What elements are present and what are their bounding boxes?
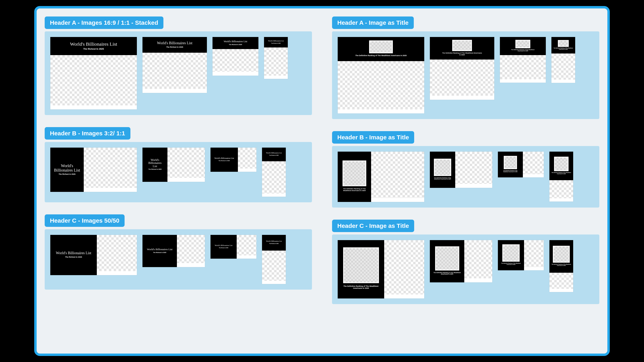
card-caption: The Definitive Ranking of The Wealthiest… (501, 263, 521, 265)
card-footer (371, 198, 424, 202)
title-image-placeholder (554, 157, 568, 171)
card-subtitle: The Richest In 2025 (65, 256, 82, 258)
card-caption: The Definitive Ranking of The Wealthiest… (442, 52, 482, 56)
title-image-placeholder (435, 246, 459, 271)
card-footer (264, 76, 288, 79)
section-header-b-3-2: Header B - Images 3:2/ 1:1 World'sBillio… (45, 127, 312, 202)
template-card[interactable]: World'sBillionairesList The Richest In 2… (142, 148, 205, 182)
card-subtitle: The Richest In 2025 (269, 243, 279, 244)
template-card[interactable]: The Definitive Ranking of The Wealthiest… (430, 152, 492, 188)
card-footer (455, 184, 492, 188)
image-placeholder (430, 59, 494, 96)
image-placeholder (262, 251, 286, 281)
image-placeholder (455, 152, 492, 184)
title-image-placeholder (553, 246, 570, 263)
template-card[interactable]: World'sBillionaires List The Richest In … (50, 148, 137, 192)
template-card[interactable]: The Definitive Ranking of The Wealthiest… (552, 37, 575, 83)
image-placeholder (500, 55, 546, 79)
section-tab[interactable]: Header C - Image as Title (332, 220, 414, 232)
section-header-a-image-title: Header A - Image as Title The Definitive… (332, 16, 599, 119)
card-title: World'sBillionairesList (148, 158, 162, 168)
section-tab[interactable]: Header A - Images 16:9 / 1:1 - Stacked (45, 16, 164, 29)
right-column: Header A - Image as Title The Definitive… (332, 16, 599, 304)
template-card[interactable]: The Definitive Ranking of The Wealthiest… (500, 37, 546, 83)
template-card[interactable]: World's Billionaires List The Richest In… (210, 148, 256, 172)
template-card[interactable]: World's Billionaires List The Richest In… (262, 235, 286, 284)
card-title: World's Billionaires List (70, 41, 117, 47)
card-footer (524, 267, 544, 270)
title-image-placeholder (558, 40, 569, 47)
card-caption: The Definitive Ranking of The Wealthiest… (553, 47, 573, 50)
card-footer (550, 198, 573, 202)
image-placeholder (262, 161, 286, 193)
card-caption: The Definitive Ranking of The Wealthiest… (342, 285, 380, 289)
image-placeholder (371, 152, 424, 198)
card-footer (177, 263, 205, 267)
section-tray: The Definitive Ranking of The Wealthiest… (332, 31, 599, 119)
template-card[interactable]: World's Billionaires List The Richest In… (142, 37, 207, 93)
card-title: World's Billionaires List (224, 40, 247, 43)
section-tab[interactable]: Header C - Images 50/50 (45, 214, 124, 227)
card-footer (97, 271, 137, 275)
image-placeholder (212, 49, 258, 72)
card-title: World's Billionaires List (266, 240, 282, 242)
template-card[interactable]: World's Billionaires List The Richest In… (264, 37, 288, 79)
card-subtitle: The Richest In 2025 (153, 252, 166, 253)
card-footer (84, 188, 137, 192)
card-footer (552, 80, 575, 83)
section-tab[interactable]: Header A - Image as Title (332, 16, 414, 29)
section-header-c-5050: Header C - Images 50/50 World's Billiona… (45, 214, 312, 290)
template-card[interactable]: The Definitive Ranking of The Wealthiest… (338, 37, 424, 113)
card-footer (168, 178, 205, 182)
section-tray: World's Billionaires List The Richest In… (45, 31, 312, 115)
section-tab[interactable]: Header B - Images 3:2/ 1:1 (45, 127, 130, 140)
card-caption: The Definitive Ranking of The Wealthiest… (551, 264, 571, 266)
image-placeholder (168, 148, 205, 178)
card-footer (550, 289, 573, 292)
template-card[interactable]: World's Billionaires List The Richest In… (212, 37, 258, 76)
template-card[interactable]: The Definitive Ranking of The Wealthiest… (498, 152, 544, 177)
card-subtitle: The Richest In 2025 (148, 169, 162, 170)
template-card[interactable]: World's Billionaires List The Richest In… (50, 235, 137, 275)
card-title: World's Billionaires List (266, 152, 282, 154)
template-card[interactable]: World's Billionaires List The Richest In… (210, 235, 256, 259)
image-placeholder (524, 240, 544, 267)
template-card[interactable]: The Definitive Ranking of The Wealthiest… (430, 240, 492, 282)
card-footer (50, 105, 137, 109)
image-placeholder (338, 61, 424, 109)
card-title: World's Billionaires List (215, 244, 232, 246)
card-title: World's Billionaires List (56, 251, 91, 255)
card-caption: The Definitive Ranking of The Wealthiest… (433, 272, 461, 275)
template-card[interactable]: World's Billionaires List The Richest In… (262, 148, 286, 197)
title-image-placeholder (452, 40, 472, 51)
section-tab[interactable]: Header B - Image as Title (332, 131, 414, 144)
template-card[interactable]: The Definitive Ranking of The Wealthiest… (338, 152, 424, 202)
section-header-b-image-title: Header B - Image as Title The Definitive… (332, 131, 599, 208)
card-subtitle: The Richest In 2025 (83, 48, 104, 50)
card-footer (523, 174, 544, 177)
section-tray: The Definitive Ranking of The Wealthiest… (332, 146, 599, 208)
section-header-c-image-title: Header C - Image as Title The Definitive… (332, 220, 599, 304)
template-card[interactable]: World's Billionaires List The Richest In… (142, 235, 205, 267)
section-tray: World's Billionaires List The Richest In… (45, 229, 312, 290)
card-footer (237, 255, 256, 259)
left-column: Header A - Images 16:9 / 1:1 - Stacked W… (45, 16, 312, 304)
title-image-placeholder (343, 247, 379, 283)
image-placeholder (177, 235, 205, 263)
template-card[interactable]: The Definitive Ranking of The Wealthiest… (550, 240, 573, 292)
card-title: World'sBillionaires List (54, 163, 80, 172)
template-card[interactable]: The Definitive Ranking of The Wealthiest… (338, 240, 424, 299)
image-placeholder (384, 240, 424, 295)
template-card[interactable]: The Definitive Ranking of The Wealthiest… (498, 240, 544, 270)
card-caption: The Definitive Ranking of The Wealthiest… (433, 177, 452, 180)
template-card[interactable]: World's Billionaires List The Richest In… (50, 37, 137, 109)
card-caption: The Definitive Ranking of The Wealthiest… (551, 172, 571, 174)
template-card[interactable]: The Definitive Ranking of The Wealthiest… (430, 37, 494, 100)
card-footer (500, 79, 546, 83)
image-placeholder (97, 235, 137, 271)
image-placeholder (238, 148, 256, 169)
title-image-placeholder (516, 40, 530, 48)
title-image-placeholder (502, 244, 520, 262)
template-card[interactable]: The Definitive Ranking of The Wealthiest… (550, 152, 573, 202)
card-footer (338, 109, 424, 113)
